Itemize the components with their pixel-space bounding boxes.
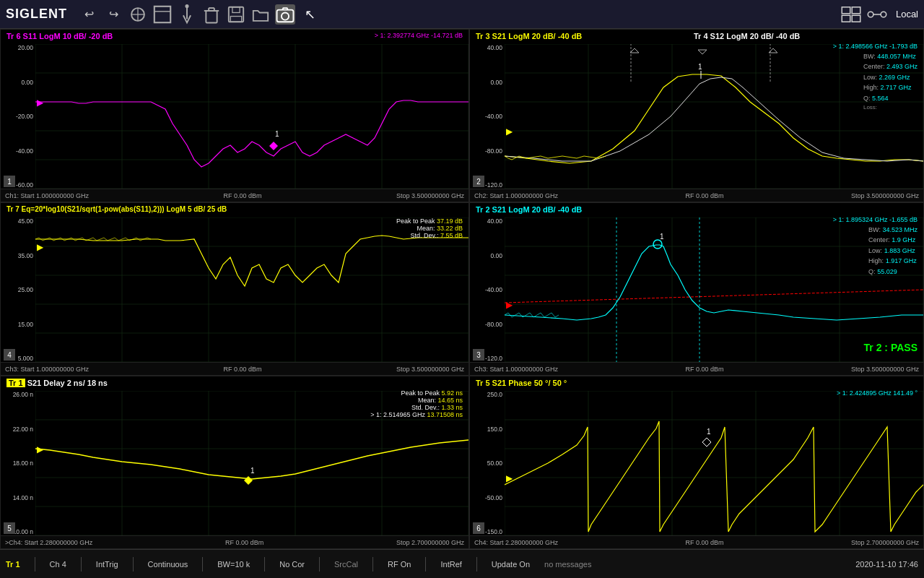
svg-rect-16	[842, 7, 850, 13]
panel4-pass: Tr 2 : PASS	[864, 342, 918, 353]
svg-marker-56	[698, 50, 707, 54]
status-ch4: Ch 4	[50, 560, 66, 569]
status-srccal: SrcCal	[334, 560, 358, 569]
status-div3	[133, 557, 134, 571]
panel4-footer: Ch3: Start 1.000000000 GHz RF 0.00 dBm S…	[470, 362, 923, 375]
panel-tr1-delay: Tr 1 S21 Delay 2 ns/ 18 ns Peak to Peak …	[0, 376, 469, 549]
panel-tr3-tr4: Tr 3 S21 LogM 20 dB/ -40 dB Tr 4 S12 Log…	[469, 29, 924, 202]
panel3-chart: ▶	[35, 217, 468, 362]
panel5-footer: >Ch4: Start 2.280000000 GHz RF 0.00 dBm …	[1, 535, 468, 548]
statusbar: Tr 1 Ch 4 IntTrig Continuous BW=10 k No …	[0, 549, 924, 578]
toolbar: SIGLENT ↩ ↪ ↖	[0, 0, 924, 29]
panel6-title: Tr 5 S21 Phase 50 °/ 50 °	[476, 379, 567, 387]
delete-icon[interactable]	[201, 4, 222, 25]
svg-rect-18	[842, 15, 850, 22]
panel5-title: Tr 1 S21 Delay 2 ns/ 18 ns	[6, 379, 108, 387]
svg-line-84	[505, 290, 923, 303]
undo-button[interactable]: ↩	[79, 4, 99, 25]
status-div9	[476, 557, 477, 571]
panel6-number: 6	[473, 522, 484, 534]
cursor-indicator: ↖	[300, 4, 320, 25]
panel2-title2: Tr 4 S12 LogM 20 dB/ -40 dB	[694, 32, 800, 40]
status-continuous: Continuous	[148, 560, 188, 569]
svg-text:▶: ▶	[506, 126, 513, 137]
panel6-yaxis: 250.0150.050.00-50.00-150.0	[470, 391, 505, 535]
redo-button[interactable]: ↪	[103, 4, 123, 25]
svg-marker-36	[269, 142, 278, 150]
layout-icon[interactable]	[841, 4, 861, 25]
panel2-marker: > 1: 2.498566 GHz -1.793 dB	[833, 43, 918, 50]
panel-tr6: Tr 6 S11 LogM 10 dB/ -20 dB > 1: 2.39277…	[0, 29, 469, 202]
panel4-title: Tr 2 S21 LogM 20 dB/ -40 dB	[476, 205, 582, 214]
marker-icon[interactable]	[177, 4, 197, 25]
panel3-footer: Ch3: Start 1.000000000 GHz RF 0.00 dBm S…	[1, 362, 468, 375]
panel2-chart: ▶ 1	[505, 44, 923, 189]
svg-marker-55	[630, 48, 639, 53]
measure-icon[interactable]	[128, 4, 148, 25]
svg-point-85	[653, 240, 662, 249]
svg-text:1: 1	[698, 63, 702, 71]
status-datetime: 2020-11-10 17:46	[855, 560, 918, 569]
status-div2	[81, 557, 82, 571]
status-div4	[202, 557, 203, 571]
svg-point-21	[881, 12, 886, 17]
window-icon[interactable]	[152, 4, 173, 25]
status-inttrig: IntTrig	[96, 560, 118, 569]
panel3-stats: Peak to Peak 37.19 dB Mean: 33.22 dB Std…	[396, 217, 463, 239]
local-label: Local	[896, 9, 918, 20]
panel3-yaxis: 45.0035.0025.0015.005.000	[1, 217, 35, 362]
svg-text:1: 1	[275, 130, 279, 138]
status-intref: IntRef	[440, 560, 461, 569]
status-bw: BW=10 k	[217, 560, 250, 569]
logo: SIGLENT	[6, 7, 67, 22]
panel1-footer: Ch1: Start 1.000000000 GHz RF 0.00 dBm S…	[1, 189, 468, 202]
status-div5	[264, 557, 265, 571]
svg-point-15	[282, 12, 289, 20]
panel6-marker: > 1: 2.424895 GHz 141.49 °	[837, 389, 918, 397]
status-nocor: No Cor	[279, 560, 305, 569]
open-icon[interactable]	[250, 4, 271, 25]
panel-tr2: Tr 2 S21 LogM 20 dB/ -40 dB > 1: 1.89532…	[469, 202, 924, 376]
status-rfon: RF On	[388, 560, 411, 569]
svg-rect-12	[232, 7, 240, 12]
status-messages: no messages	[544, 560, 841, 569]
status-updateon: Update On	[492, 560, 530, 569]
svg-point-5	[185, 4, 188, 8]
svg-text:1: 1	[660, 233, 664, 241]
panel6-footer: Ch4: Start 2.280000000 GHz RF 0.00 dBm S…	[470, 535, 923, 548]
svg-rect-19	[852, 15, 860, 22]
svg-text:1: 1	[707, 428, 711, 436]
svg-rect-17	[852, 7, 860, 13]
panel4-marker: > 1: 1.895324 GHz -1.655 dB	[833, 216, 918, 223]
panel2-number: 2	[473, 176, 484, 187]
panel3-number: 4	[4, 349, 15, 361]
panel4-number: 3	[473, 349, 484, 361]
svg-point-20	[868, 12, 873, 17]
panel5-yaxis: 26.00 n22.00 n18.00 n14.00 n10.00 n	[1, 391, 35, 535]
panel6-chart: ▶ 1	[505, 391, 923, 535]
svg-text:▶: ▶	[37, 242, 44, 252]
toolbar-right-icons	[841, 4, 887, 25]
panel2-title1: Tr 3 S21 LogM 20 dB/ -40 dB	[476, 32, 582, 40]
toolbar-icons: ↩ ↪ ↖	[79, 4, 841, 25]
panel5-number: 5	[4, 522, 15, 534]
svg-marker-118	[702, 438, 711, 447]
connect-icon[interactable]	[867, 4, 887, 25]
status-div8	[425, 557, 426, 571]
panel2-footer: Ch2: Start 1.000000000 GHz RF 0.00 dBm S…	[470, 189, 923, 202]
panel1-number: 1	[4, 176, 15, 187]
svg-rect-3	[154, 6, 170, 22]
save-icon[interactable]	[226, 4, 246, 25]
svg-rect-6	[206, 10, 217, 22]
status-div6	[319, 557, 320, 571]
panel4-yaxis: 40.000.00-40.00-80.00-120.0	[470, 217, 505, 362]
panel4-chart: ▶ 1	[505, 217, 923, 362]
panel3-title: Tr 7 Eq=20*log10(S21/sqrt(1-pow(abs(S11)…	[6, 205, 227, 213]
screenshot-icon[interactable]	[275, 4, 295, 25]
panel2-yaxis: 40.000.00-40.00-80.00-120.0	[470, 44, 505, 189]
panel1-yaxis: 20.000.00-20.00-40.00-60.00	[1, 44, 35, 189]
svg-text:▶: ▶	[506, 300, 513, 310]
panel5-stats: Peak to Peak 5.92 ns Mean: 14.65 ns Std.…	[370, 389, 463, 418]
status-div1	[35, 557, 35, 571]
main-grid: Tr 6 S11 LogM 10 dB/ -20 dB > 1: 2.39277…	[0, 29, 924, 549]
